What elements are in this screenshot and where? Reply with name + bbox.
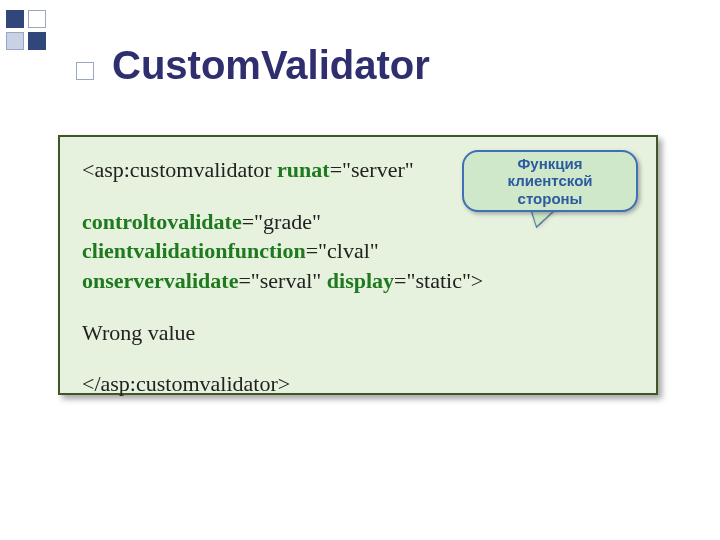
decoration-square-icon bbox=[28, 10, 46, 28]
code-line: clientvalidationfunction="clval" bbox=[82, 236, 634, 266]
callout-line: клиентской bbox=[507, 172, 592, 189]
code-text: ="server" bbox=[330, 157, 414, 182]
code-attr-controltovalidate: controltovalidate bbox=[82, 209, 242, 234]
code-text: <asp:customvalidator bbox=[82, 157, 277, 182]
blank-line bbox=[82, 296, 634, 318]
decoration-square-icon bbox=[28, 32, 46, 50]
callout-text: Функция клиентской стороны bbox=[507, 155, 592, 207]
callout-line: Функция bbox=[518, 155, 583, 172]
decoration-square-icon bbox=[6, 32, 24, 50]
code-attr-onservervalidate: onservervalidate bbox=[82, 268, 238, 293]
blank-line bbox=[82, 347, 634, 369]
code-text: ="clval" bbox=[306, 238, 379, 263]
code-text: ="serval" bbox=[238, 268, 326, 293]
slide: CustomValidator <asp:customvalidator run… bbox=[0, 0, 720, 540]
code-line: onservervalidate="serval" display="stati… bbox=[82, 266, 634, 296]
bullet-square-icon bbox=[76, 62, 94, 80]
code-attr-runat: runat bbox=[277, 157, 330, 182]
callout-bubble: Функция клиентской стороны bbox=[462, 150, 638, 212]
code-text: ="static"> bbox=[394, 268, 483, 293]
decoration-square-icon bbox=[6, 10, 24, 28]
code-inner-text: Wrong value bbox=[82, 318, 634, 348]
slide-title: CustomValidator bbox=[112, 43, 430, 88]
callout-line: стороны bbox=[518, 190, 583, 207]
code-attr-display: display bbox=[327, 268, 394, 293]
code-text: ="grade" bbox=[242, 209, 321, 234]
code-attr-clientvalidationfunction: clientvalidationfunction bbox=[82, 238, 306, 263]
code-close-tag: </asp:customvalidator> bbox=[82, 369, 634, 399]
